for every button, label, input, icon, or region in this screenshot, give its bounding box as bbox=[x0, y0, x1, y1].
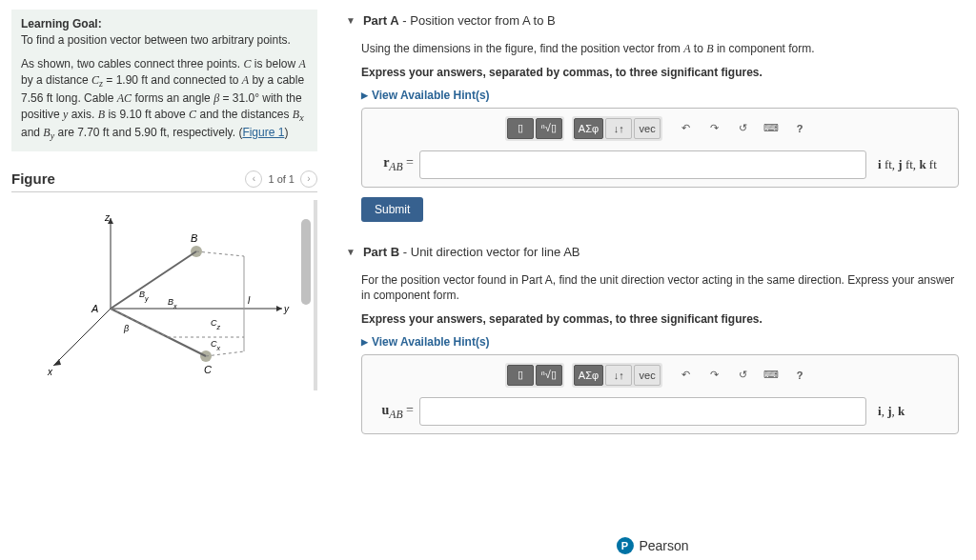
templates-button[interactable]: ▯ bbox=[507, 365, 534, 386]
keyboard-button[interactable]: ⌨ bbox=[758, 365, 784, 386]
svg-text:β: β bbox=[123, 324, 129, 333]
caret-down-icon: ▼ bbox=[346, 15, 356, 26]
pearson-brand: Pearson bbox=[639, 538, 688, 553]
svg-line-18 bbox=[206, 351, 244, 356]
pearson-logo-icon: P bbox=[616, 537, 633, 554]
undo-button[interactable]: ↶ bbox=[672, 365, 699, 386]
part-b-prompt: For the position vector found in Part A,… bbox=[361, 272, 959, 305]
triangle-right-icon: ▶ bbox=[361, 337, 368, 347]
figure-heading: Figure bbox=[11, 170, 55, 187]
greek-button[interactable]: ΑΣφ bbox=[574, 118, 603, 139]
prev-figure-button[interactable]: ‹ bbox=[245, 170, 262, 188]
svg-line-17 bbox=[196, 251, 244, 256]
root-button[interactable]: ⁿ√▯ bbox=[536, 118, 562, 139]
figure-scrollbar[interactable] bbox=[301, 219, 311, 305]
svg-text:y: y bbox=[283, 304, 290, 314]
svg-text:A: A bbox=[91, 303, 98, 314]
svg-text:x: x bbox=[47, 367, 53, 377]
part-a-lhs: rAB = bbox=[372, 155, 414, 173]
problem-statement: As shown, two cables connect three point… bbox=[21, 56, 308, 144]
learning-goal-box: Learning Goal: To find a position vector… bbox=[11, 10, 317, 151]
figure-page-indicator: 1 of 1 bbox=[268, 173, 295, 185]
part-b-lhs: uAB = bbox=[372, 403, 414, 421]
vec-button[interactable]: vec bbox=[634, 118, 661, 139]
svg-text:l: l bbox=[248, 295, 251, 306]
arrows-button[interactable]: ↓↑ bbox=[605, 365, 632, 386]
part-a-answer-input[interactable] bbox=[419, 150, 866, 179]
svg-text:C: C bbox=[204, 364, 212, 375]
svg-text:By: By bbox=[139, 290, 149, 303]
pearson-footer: P Pearson bbox=[616, 537, 688, 554]
redo-button[interactable]: ↷ bbox=[701, 118, 727, 139]
svg-line-2 bbox=[53, 309, 111, 366]
goal-label: Learning Goal: bbox=[21, 17, 308, 30]
part-a-submit-button[interactable]: Submit bbox=[361, 197, 423, 222]
part-b-hints-toggle[interactable]: ▶View Available Hint(s) bbox=[361, 335, 959, 349]
svg-text:Cx: Cx bbox=[211, 339, 221, 351]
triangle-right-icon: ▶ bbox=[361, 90, 368, 100]
svg-text:Cz: Cz bbox=[211, 318, 221, 330]
vec-button[interactable]: vec bbox=[634, 365, 661, 386]
svg-text:B: B bbox=[191, 232, 197, 244]
next-figure-button[interactable]: › bbox=[300, 170, 317, 188]
figure-pager: ‹ 1 of 1 › bbox=[245, 170, 317, 188]
caret-down-icon: ▼ bbox=[346, 247, 356, 257]
help-button[interactable]: ? bbox=[786, 365, 813, 386]
part-a-prompt: Using the dimensions in the figure, find… bbox=[361, 41, 959, 57]
part-a-toolbar: ▯ ⁿ√▯ ΑΣφ ↓↑ vec ↶ ↷ ↺ ⌨ ? bbox=[372, 116, 948, 141]
root-button[interactable]: ⁿ√▯ bbox=[536, 365, 562, 386]
redo-button[interactable]: ↷ bbox=[701, 365, 727, 386]
part-a-rhs: i ft, j ft, k ft bbox=[872, 157, 948, 172]
reset-button[interactable]: ↺ bbox=[729, 365, 756, 386]
part-b-rhs: i, j, k bbox=[872, 404, 948, 419]
goal-text: To find a position vector between two ar… bbox=[21, 32, 308, 49]
part-b-answer-panel: ▯ ⁿ√▯ ΑΣφ ↓↑ vec ↶ ↷ ↺ ⌨ ? bbox=[361, 354, 959, 434]
reset-button[interactable]: ↺ bbox=[729, 118, 756, 139]
part-b-instruction: Express your answers, separated by comma… bbox=[361, 311, 959, 328]
part-b-toolbar: ▯ ⁿ√▯ ΑΣφ ↓↑ vec ↶ ↷ ↺ ⌨ ? bbox=[372, 363, 948, 388]
arrows-button[interactable]: ↓↑ bbox=[605, 118, 632, 139]
part-a-hints-toggle[interactable]: ▶View Available Hint(s) bbox=[361, 89, 959, 102]
help-button[interactable]: ? bbox=[786, 118, 813, 139]
part-a-answer-panel: ▯ ⁿ√▯ ΑΣφ ↓↑ vec ↶ ↷ ↺ ⌨ ? bbox=[361, 108, 959, 188]
svg-line-11 bbox=[111, 251, 196, 309]
part-a-instruction: Express your answers, separated by comma… bbox=[361, 65, 959, 81]
figure-image: y x z A B C bbox=[11, 200, 317, 390]
svg-marker-24 bbox=[276, 306, 282, 311]
svg-marker-25 bbox=[53, 359, 61, 366]
keyboard-button[interactable]: ⌨ bbox=[758, 118, 784, 139]
part-b-header[interactable]: ▼ Part B - Unit direction vector for lin… bbox=[346, 241, 959, 263]
figure-link[interactable]: Figure 1 bbox=[242, 126, 284, 139]
part-b-answer-input[interactable] bbox=[419, 397, 866, 426]
undo-button[interactable]: ↶ bbox=[672, 118, 699, 139]
part-a-header[interactable]: ▼ Part A - Position vector from A to B bbox=[346, 10, 959, 31]
svg-text:Bx: Bx bbox=[168, 297, 177, 310]
templates-button[interactable]: ▯ bbox=[507, 118, 534, 139]
greek-button[interactable]: ΑΣφ bbox=[574, 365, 603, 386]
